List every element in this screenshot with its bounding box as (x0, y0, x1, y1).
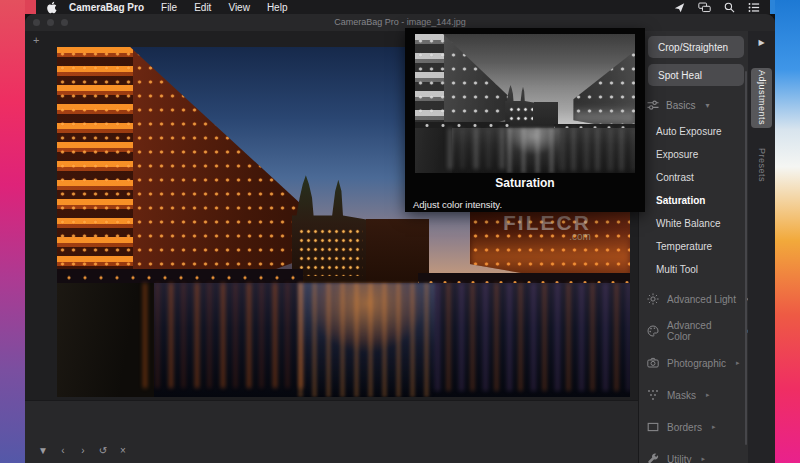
center-reflections (298, 283, 436, 397)
basics-item-contrast[interactable]: Contrast (639, 166, 749, 189)
center-reflections (507, 128, 560, 173)
basics-label: Basics (666, 100, 695, 111)
side-tab-strip: ▶ Adjustments Presets (748, 31, 775, 463)
collapse-panel-icon[interactable]: ▶ (748, 38, 775, 47)
zoom-button[interactable] (61, 19, 68, 26)
basics-item-white-balance[interactable]: White Balance (639, 212, 749, 235)
previous-image-icon[interactable]: ‹ (57, 445, 69, 456)
section-masks[interactable]: Masks ▸ (639, 379, 751, 411)
section-label: Photographic (667, 358, 726, 369)
wallpaper-left-strip (0, 0, 25, 463)
menu-view[interactable]: View (228, 2, 250, 13)
section-photographic[interactable]: Photographic ▸ (639, 347, 751, 379)
menu-file[interactable]: File (161, 2, 177, 13)
tab-presets[interactable]: Presets (751, 139, 772, 191)
basics-item-auto-exposure[interactable]: Auto Exposure (639, 120, 749, 143)
list-icon[interactable] (748, 2, 760, 13)
basics-item-multi-tool[interactable]: Multi Tool (639, 258, 749, 281)
tooltip-description: Adjust color intensity. (413, 199, 502, 210)
border-frame-icon (647, 421, 659, 433)
chevron-right-icon: ▸ (706, 391, 710, 399)
panel-scrollbar[interactable] (745, 71, 747, 445)
section-borders[interactable]: Borders ▸ (639, 411, 751, 443)
tab-adjustments[interactable]: Adjustments (751, 68, 772, 128)
wrench-icon (647, 453, 659, 463)
window-title: CameraBag Pro - image_144.jpg (25, 14, 775, 31)
app-window: CameraBag Pro - image_144.jpg + (25, 14, 775, 463)
next-image-icon[interactable]: › (77, 445, 89, 456)
section-utility[interactable]: Utility ▸ (639, 443, 751, 463)
spot-heal-button[interactable]: Spot Heal (648, 64, 744, 86)
wallpaper-gap-right (770, 0, 775, 14)
section-advanced-light[interactable]: Advanced Light ▸ (639, 283, 751, 315)
left-reflections (143, 283, 303, 388)
collapsed-sections: Advanced Light ▸ Advanced Color ▸ (639, 283, 751, 463)
menu-help[interactable]: Help (267, 2, 288, 13)
screen: CameraBag Pro File Edit View Help (0, 0, 800, 463)
masks-icon (647, 389, 659, 401)
canal-water (415, 128, 635, 173)
tooltip-preview (415, 34, 635, 173)
section-label: Masks (667, 390, 696, 401)
apple-icon[interactable] (46, 1, 57, 13)
share-arrow-icon[interactable] (674, 2, 685, 13)
castle-window-lights (508, 105, 533, 125)
minimize-button[interactable] (47, 19, 54, 26)
basics-list: Auto Exposure Exposure Contrast Saturati… (639, 120, 749, 281)
wallpaper-right-strip (775, 0, 800, 463)
tooltip-title: Saturation (405, 176, 645, 190)
section-label: Utility (667, 454, 691, 463)
close-image-icon[interactable]: × (117, 445, 129, 456)
sliders-icon (647, 99, 659, 111)
reset-icon[interactable]: ↺ (97, 445, 109, 456)
crosshair-cursor-icon: + (33, 34, 39, 46)
collapse-filmstrip-icon[interactable]: ▼ (37, 445, 49, 456)
bottom-bar: ▼ ‹ › ↺ × (25, 400, 638, 463)
chevron-right-icon: ▸ (701, 455, 705, 463)
canal-quay-wall (57, 283, 154, 397)
basics-item-temperature[interactable]: Temperature (639, 235, 749, 258)
filmstrip-controls: ▼ ‹ › ↺ × (37, 445, 129, 456)
chevron-right-icon: ▸ (712, 423, 716, 431)
section-advanced-color[interactable]: Advanced Color ▸ (639, 315, 751, 347)
section-label: Advanced Color (667, 320, 737, 342)
title-bar: CameraBag Pro - image_144.jpg (25, 14, 775, 31)
menu-bar: CameraBag Pro File Edit View Help (36, 0, 770, 14)
right-reflections (560, 128, 635, 171)
wallpaper-gap-left (25, 0, 36, 14)
right-reflections (435, 283, 630, 391)
basics-section-header[interactable]: Basics ▾ (647, 99, 709, 111)
camera-icon (647, 357, 659, 369)
tool-tooltip: Saturation Adjust color intensity. (405, 28, 645, 212)
tooltip-preview-scene (415, 34, 635, 173)
basics-item-saturation[interactable]: Saturation (639, 189, 749, 212)
chevron-right-icon: ▸ (736, 359, 740, 367)
close-button[interactable] (33, 19, 40, 26)
menu-status-area (674, 2, 760, 13)
canal-quay-wall (415, 128, 452, 173)
search-icon[interactable] (724, 2, 735, 13)
menu-app-name[interactable]: CameraBag Pro (69, 2, 144, 13)
section-label: Advanced Light (667, 294, 736, 305)
crop-straighten-button[interactable]: Crop/Straighten (648, 36, 744, 58)
chevron-down-icon: ▾ (705, 101, 709, 110)
section-label: Borders (667, 422, 702, 433)
sun-icon (647, 293, 659, 305)
castle-window-lights (298, 227, 363, 276)
menu-edit[interactable]: Edit (194, 2, 211, 13)
displays-icon[interactable] (698, 2, 711, 13)
canal-water (57, 283, 630, 397)
left-reflections (448, 128, 510, 170)
palette-icon (647, 325, 659, 337)
basics-item-exposure[interactable]: Exposure (639, 143, 749, 166)
